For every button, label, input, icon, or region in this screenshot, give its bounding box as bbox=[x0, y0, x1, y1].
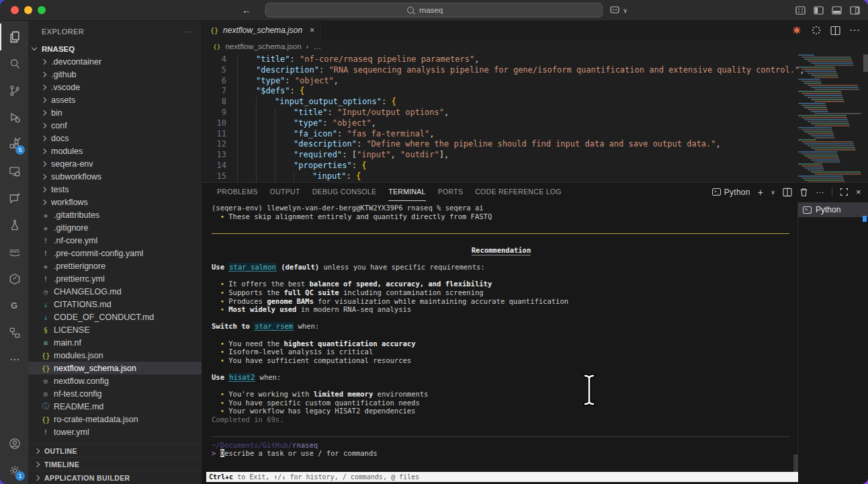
trash-icon[interactable] bbox=[799, 188, 808, 197]
editor-scrollbar[interactable] bbox=[863, 54, 868, 72]
folder-item[interactable]: .vscode bbox=[28, 81, 202, 93]
close-tab-icon[interactable]: × bbox=[310, 26, 314, 35]
folder-item[interactable]: assets bbox=[28, 93, 202, 106]
activity-gitlens[interactable]: G bbox=[0, 292, 28, 319]
toggle-secondary-sidebar-icon[interactable] bbox=[850, 6, 860, 15]
terminal[interactable]: (seqera-env) llewelyn-van-der-berg@KTW2Y… bbox=[202, 201, 797, 484]
launch-profile-button[interactable]: >_ Python bbox=[712, 188, 750, 197]
file-item[interactable]: ◈.prettierignore bbox=[28, 259, 202, 272]
tab-nextflow-schema[interactable]: {} nextflow_schema.json × bbox=[202, 21, 323, 40]
minimap-line bbox=[804, 119, 848, 120]
close-window-icon[interactable] bbox=[11, 6, 19, 14]
minimize-window-icon[interactable] bbox=[24, 6, 32, 14]
minimap-line bbox=[808, 73, 837, 74]
tree-root-rnaseq[interactable]: RNASEQ bbox=[28, 42, 202, 55]
toggle-panel-icon[interactable] bbox=[832, 6, 842, 15]
file-item[interactable]: !.pre-commit-config.yaml bbox=[28, 247, 202, 259]
activity-extensions[interactable]: 5 bbox=[0, 131, 28, 158]
activity-accounts[interactable] bbox=[0, 430, 28, 457]
file-item[interactable]: !.prettierrc.yml bbox=[28, 272, 202, 285]
file-item[interactable]: {}modules.json bbox=[28, 349, 202, 362]
file-item[interactable]: ≋main.nf bbox=[28, 336, 202, 349]
search-input[interactable] bbox=[418, 5, 461, 15]
code-editor[interactable]: 4"title": "nf-core/rnaseq pipeline param… bbox=[202, 53, 868, 182]
activity-remote-explorer[interactable] bbox=[0, 158, 28, 185]
terminal-line: Completed in 69s. bbox=[212, 415, 791, 424]
panel-tab-code-reference-log[interactable]: CODE REFERENCE LOG bbox=[475, 183, 562, 201]
minimap-line bbox=[804, 179, 844, 181]
breadcrumb-more[interactable]: … bbox=[313, 42, 321, 50]
file-item[interactable]: {}ro-crate-metadata.json bbox=[28, 413, 202, 426]
file-item[interactable]: ◔CHANGELOG.md bbox=[28, 285, 202, 298]
starburst-icon[interactable] bbox=[791, 25, 802, 36]
json-file-icon: {} bbox=[210, 27, 218, 34]
copilot-icon bbox=[610, 5, 621, 15]
file-item[interactable]: ↓CODE_OF_CONDUCT.md bbox=[28, 311, 202, 323]
close-panel-icon[interactable]: × bbox=[856, 187, 861, 197]
title-bar: ← → ∨ bbox=[0, 0, 868, 21]
file-item[interactable]: ↓CITATIONS.md bbox=[28, 298, 202, 311]
maximize-window-icon[interactable] bbox=[38, 6, 46, 14]
activity-explorer[interactable] bbox=[0, 24, 28, 50]
item-label: tower.yml bbox=[54, 428, 89, 437]
chevron-down-icon[interactable]: ∨ bbox=[771, 189, 775, 196]
command-center-search[interactable] bbox=[265, 3, 603, 17]
copilot-menu-button[interactable]: ∨ bbox=[610, 5, 627, 15]
panel-more-icon[interactable]: ··· bbox=[816, 188, 824, 197]
activity-source-control[interactable] bbox=[0, 77, 28, 104]
activity-testing[interactable] bbox=[0, 212, 28, 239]
folder-item[interactable]: tests bbox=[28, 183, 202, 196]
toggle-primary-sidebar-icon[interactable] bbox=[814, 6, 824, 15]
panel-tab-ports[interactable]: PORTS bbox=[438, 183, 463, 201]
folder-item[interactable]: .devcontainer bbox=[28, 55, 202, 68]
file-item[interactable]: ⚙nf-test.config bbox=[28, 387, 202, 400]
activity-pipeline-diagram[interactable] bbox=[0, 319, 28, 346]
split-editor-icon[interactable] bbox=[830, 26, 840, 36]
activity-search[interactable] bbox=[0, 50, 28, 77]
minimap-line bbox=[798, 151, 837, 153]
file-item[interactable]: !tower.yml bbox=[28, 426, 202, 438]
terminal-scrollbar[interactable] bbox=[793, 454, 798, 472]
activity-more[interactable] bbox=[0, 346, 28, 373]
panel-tab-debug-console[interactable]: DEBUG CONSOLE bbox=[312, 183, 377, 201]
folder-item[interactable]: subworkflows bbox=[28, 170, 202, 183]
folder-item[interactable]: docs bbox=[28, 132, 202, 145]
activity-seqera[interactable] bbox=[0, 266, 28, 292]
section-outline[interactable]: OUTLINE bbox=[28, 444, 202, 457]
folder-item[interactable]: workflows bbox=[28, 196, 202, 208]
file-item[interactable]: ◈.gitattributes bbox=[28, 208, 202, 221]
folder-item[interactable]: seqera-env bbox=[28, 157, 202, 170]
more-actions-icon[interactable]: ··· bbox=[849, 24, 860, 36]
folder-item[interactable]: modules bbox=[28, 145, 202, 157]
file-item[interactable]: ⚙nextflow.config bbox=[28, 374, 202, 387]
dotted-gear-icon[interactable] bbox=[811, 25, 822, 36]
new-terminal-icon[interactable]: + bbox=[758, 187, 763, 198]
nav-back-icon[interactable]: ← bbox=[242, 5, 251, 15]
config-file-icon: ⚙ bbox=[42, 377, 50, 385]
activity-settings[interactable]: 1 bbox=[0, 457, 28, 484]
breadcrumb-file[interactable]: nextflow_schema.json bbox=[225, 42, 301, 50]
folder-item[interactable]: .github bbox=[28, 68, 202, 81]
panel-tab-output[interactable]: OUTPUT bbox=[270, 183, 300, 201]
file-item[interactable]: {}nextflow_schema.json bbox=[28, 362, 202, 374]
folder-item[interactable]: conf bbox=[28, 119, 202, 132]
maximize-panel-icon[interactable] bbox=[840, 188, 849, 196]
file-item[interactable]: !.nf-core.yml bbox=[28, 234, 202, 247]
file-item[interactable]: §LICENSE bbox=[28, 323, 202, 336]
layout-grid-icon[interactable] bbox=[795, 6, 806, 15]
section-timeline[interactable]: TIMELINE bbox=[28, 457, 202, 471]
activity-chat[interactable] bbox=[0, 185, 28, 212]
activity-run-debug[interactable] bbox=[0, 104, 28, 131]
file-item[interactable]: ◈.gitignore bbox=[28, 221, 202, 234]
panel-tab-problems[interactable]: PROBLEMS bbox=[217, 183, 258, 201]
activity-aws[interactable]: aws bbox=[0, 239, 28, 266]
panel-tab-terminal[interactable]: TERMINAL bbox=[388, 183, 426, 201]
file-item[interactable]: ⓘREADME.md bbox=[28, 400, 202, 413]
minimap[interactable] bbox=[798, 54, 861, 182]
split-terminal-icon[interactable] bbox=[783, 188, 792, 197]
folder-item[interactable]: bin bbox=[28, 106, 202, 119]
code-token: , bbox=[716, 139, 721, 150]
explorer-more-actions[interactable]: ··· bbox=[184, 28, 193, 36]
section-application-builder[interactable]: APPLICATION BUILDER bbox=[28, 471, 202, 484]
terminal-list-item-python[interactable]: >_ Python bbox=[798, 202, 868, 217]
